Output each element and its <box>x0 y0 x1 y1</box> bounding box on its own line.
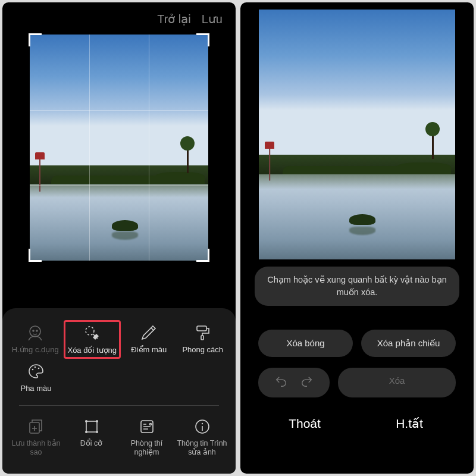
svg-point-18 <box>201 423 202 424</box>
svg-point-12 <box>96 420 98 422</box>
svg-point-16 <box>149 424 151 425</box>
svg-point-7 <box>34 367 36 368</box>
save-button[interactable]: Lưu <box>202 12 223 26</box>
svg-point-14 <box>96 431 98 433</box>
hint-bubble: Chạm hoặc vẽ xung quanh bất kỳ vật nào b… <box>255 267 459 306</box>
tool-object-eraser[interactable]: Xóa đối tượng <box>64 320 121 359</box>
editor-screen-object-eraser: Chạm hoặc vẽ xung quanh bất kỳ vật nào b… <box>240 2 474 474</box>
action-about[interactable]: Thông tin Trình sửa ảnh <box>174 414 230 461</box>
svg-rect-10 <box>86 421 97 432</box>
tool-label: Thông tin Trình sửa ảnh <box>176 439 228 457</box>
tool-label: Phong cách <box>182 345 223 355</box>
back-button[interactable]: Trở lại <box>157 12 191 26</box>
palette-icon <box>27 362 45 380</box>
exit-button[interactable]: Thoát <box>252 416 357 431</box>
grid-line <box>30 185 208 186</box>
svg-point-8 <box>37 368 39 369</box>
tool-label: Đổi cỡ <box>80 439 103 448</box>
resize-icon <box>83 418 101 436</box>
svg-point-3 <box>86 327 94 335</box>
crop-handle-br[interactable] <box>196 249 209 262</box>
tool-label: Điểm màu <box>131 345 167 355</box>
eyedropper-icon <box>140 324 158 342</box>
face-icon <box>26 324 44 342</box>
tool-label: H.ứng c.dụng <box>12 345 59 355</box>
action-labs[interactable]: Phòng thí nghiệm <box>119 414 174 461</box>
crop-handle-tr[interactable] <box>196 33 209 46</box>
divider <box>19 405 219 406</box>
tool-label: Phòng thí nghiệm <box>120 439 173 457</box>
done-button[interactable]: H.tất <box>357 416 462 431</box>
svg-point-6 <box>32 369 33 371</box>
photo-canvas[interactable] <box>259 10 455 259</box>
hint-text: Chạm hoặc vẽ xung quanh bất kỳ vật nào b… <box>267 275 446 297</box>
photo-preview <box>30 35 208 261</box>
action-save-copy[interactable]: Lưu thành bản sao <box>8 414 64 461</box>
tool-style[interactable]: Phong cách <box>176 320 230 359</box>
svg-point-13 <box>85 431 87 433</box>
svg-rect-5 <box>201 336 203 340</box>
grid-line <box>30 110 208 111</box>
erase-reflection-button[interactable]: Xóa phản chiếu <box>361 330 456 357</box>
svg-point-0 <box>30 326 40 337</box>
svg-point-1 <box>33 330 34 331</box>
crop-handle-bl[interactable] <box>29 249 42 262</box>
svg-point-2 <box>36 330 37 331</box>
erase-button[interactable]: Xóa <box>338 368 456 397</box>
labs-icon <box>138 418 156 436</box>
eraser-dashed-icon <box>83 324 101 342</box>
redo-icon[interactable] <box>300 375 314 390</box>
grid-line <box>149 35 149 261</box>
top-actions: Trở lại Lưu <box>2 2 236 26</box>
svg-rect-4 <box>197 326 206 331</box>
info-icon <box>193 418 211 436</box>
tool-portrait-effects[interactable]: H.ứng c.dụng <box>8 320 62 359</box>
undo-redo-group <box>258 368 330 397</box>
svg-point-11 <box>85 420 87 422</box>
tool-label: Lưu thành bản sao <box>10 439 62 457</box>
crop-handle-tl[interactable] <box>29 33 42 46</box>
action-resize[interactable]: Đổi cỡ <box>64 414 119 461</box>
grid-line <box>89 35 90 261</box>
undo-icon[interactable] <box>274 375 287 390</box>
tool-label: Pha màu <box>20 384 51 393</box>
editor-screen-tools: Trở lại Lưu H.ứng c.dụng <box>2 2 236 474</box>
tool-panel: H.ứng c.dụng Xóa đối tượng Điểm màu Phon… <box>2 308 236 474</box>
erase-shadow-button[interactable]: Xóa bóng <box>258 330 353 357</box>
brush-roller-icon <box>194 324 212 342</box>
tool-color-mix[interactable]: Pha màu <box>8 359 64 397</box>
tool-label: Xóa đối tượng <box>67 346 117 355</box>
save-copy-icon <box>27 418 45 436</box>
crop-canvas[interactable] <box>30 35 208 261</box>
tool-spot-color[interactable]: Điểm màu <box>122 320 176 359</box>
